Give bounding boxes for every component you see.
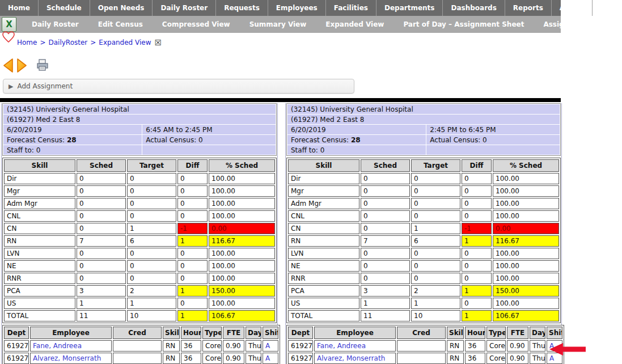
add-assignment-button[interactable]: ▶ Add Assignment	[3, 79, 354, 94]
fte-cell: 0.90	[223, 353, 244, 364]
skill-name-cell: CN	[4, 223, 75, 234]
skill-row-dir: Dir000100.00	[4, 173, 275, 184]
diff-cell: -1	[177, 223, 208, 234]
prev-arrow-icon[interactable]	[3, 58, 14, 73]
diff-cell: 0	[462, 185, 492, 197]
hours-cell: 36	[465, 340, 485, 352]
assignment-col-header-skill: Skill	[163, 327, 180, 339]
top-nav-tab-facilities[interactable]: Facilities	[326, 0, 376, 16]
target-cell: 0	[127, 173, 176, 184]
skill-name-cell: NE	[288, 260, 359, 272]
diff-cell: 0	[462, 198, 492, 209]
pct-sched-cell: 0.00	[493, 223, 559, 234]
employee-link[interactable]: Fane, Andreea	[317, 342, 366, 350]
skill-row-total: TOTAL11101106.67	[288, 310, 559, 321]
top-nav-tab-employees[interactable]: Employees	[268, 0, 326, 16]
sub-nav-item-part-of-day-assignment-sheet[interactable]: Part of Day – Assignment Sheet	[393, 20, 534, 28]
assignment-col-header-hours: Hours	[181, 327, 201, 339]
sub-nav-bar: X Daily RosterEdit CensusCompressed View…	[0, 16, 561, 33]
top-nav-tab-schedule[interactable]: Schedule	[39, 0, 90, 16]
heart-icon[interactable]	[2, 29, 15, 44]
skill-name-cell: Dir	[4, 173, 75, 184]
next-arrow-icon[interactable]	[16, 58, 27, 73]
pct-sched-cell: 100.00	[209, 298, 275, 309]
skill-name-cell: CNL	[4, 210, 75, 222]
sched-cell: 0	[361, 210, 410, 222]
employee-cell: Alvarez, Monserrath	[30, 353, 112, 364]
shift-cell: A	[263, 340, 278, 352]
skill-row-rnr: RNR000100.00	[288, 273, 559, 284]
assignment-col-header-type: Type	[486, 327, 506, 339]
shift-link[interactable]: A	[265, 342, 270, 350]
sched-cell: 0	[77, 173, 126, 184]
sched-cell: 0	[361, 273, 410, 284]
excel-x-glyph: X	[6, 20, 12, 29]
envelope-icon[interactable]: ☒	[155, 39, 162, 46]
sub-nav-item-daily-roster[interactable]: Daily Roster	[22, 20, 88, 28]
printer-icon[interactable]	[36, 59, 49, 71]
shift-link[interactable]: A	[549, 342, 554, 350]
breadcrumb-links: Home>DailyRoster>Expanded View	[17, 39, 151, 46]
diff-cell: 0	[177, 298, 208, 309]
sub-nav-item-edit-census[interactable]: Edit Census	[88, 20, 153, 28]
breadcrumb-link-dailyroster[interactable]: DailyRoster	[49, 39, 88, 46]
employee-cell: Alvarez, Monserrath	[314, 353, 396, 364]
fte-cell: 0.90	[507, 353, 528, 364]
employee-cell: Fane, Andreea	[30, 340, 112, 352]
unit-name: (61927) Med 2 East 8	[287, 115, 560, 124]
skill-cell: RN	[163, 353, 180, 364]
skill-col-header-target: Target	[411, 159, 460, 172]
dept-cell: 61927	[4, 353, 29, 364]
top-nav-tab-reports[interactable]: Reports	[505, 0, 552, 16]
sub-nav-item-assignment-notes-report[interactable]: Assignment Notes Report	[534, 20, 622, 28]
sub-nav-items: Daily RosterEdit CensusCompressed ViewSu…	[22, 20, 622, 28]
employee-link[interactable]: Alvarez, Monserrath	[317, 354, 385, 362]
skill-name-cell: LVN	[288, 248, 359, 259]
top-nav-tab-departments[interactable]: Departments	[376, 0, 443, 16]
assignment-col-header-fte: FTE	[507, 327, 528, 339]
top-nav-tab-home[interactable]: Home	[0, 0, 39, 16]
breadcrumb-link-home[interactable]: Home	[17, 39, 37, 46]
dept-cell: 61927	[288, 340, 313, 352]
skill-col-header-sched: % Sched	[493, 159, 559, 172]
employee-link[interactable]: Alvarez, Monserrath	[33, 354, 101, 362]
pct-sched-cell: 100.00	[209, 260, 275, 272]
skill-row-lvn: LVN000100.00	[4, 248, 275, 259]
skill-name-cell: Mgr	[4, 185, 75, 197]
assignment-row: 61927Alvarez, MonserrathRN36Core0.90ThuA	[4, 353, 278, 364]
cred-cell	[113, 340, 162, 352]
employee-link[interactable]: Fane, Andreea	[33, 342, 82, 350]
day-cell: Thu	[246, 340, 261, 352]
skill-name-cell: US	[4, 298, 75, 309]
breadcrumb-link-expanded-view[interactable]: Expanded View	[99, 39, 151, 46]
hours-cell: 36	[181, 353, 201, 364]
sub-nav-item-summary-view[interactable]: Summary View	[240, 20, 316, 28]
top-nav-tab-help[interactable]: Help	[593, 0, 622, 16]
skill-col-header-target: Target	[127, 159, 176, 172]
roster-pager-toolbar	[3, 58, 622, 73]
skill-name-cell: RNR	[4, 273, 75, 284]
shift-link[interactable]: A	[549, 354, 554, 362]
unit-name: (61927) Med 2 East 8	[3, 115, 276, 124]
top-nav-tab-daily-roster[interactable]: Daily Roster	[153, 0, 216, 16]
actual-census: Actual Census: 0	[426, 135, 560, 145]
sched-cell: 0	[77, 248, 126, 259]
pct-sched-cell: 100.00	[493, 273, 559, 284]
skill-name-cell: RN	[4, 235, 75, 247]
sub-nav-item-compressed-view[interactable]: Compressed View	[153, 20, 240, 28]
skill-cell: RN	[163, 340, 180, 352]
sub-nav-item-expanded-view[interactable]: Expanded View	[316, 20, 393, 28]
pct-sched-cell: 106.67	[493, 310, 559, 321]
top-nav-tab-dashboards[interactable]: Dashboards	[443, 0, 505, 16]
top-nav-tab-requests[interactable]: Requests	[216, 0, 268, 16]
pct-sched-cell: 150.00	[209, 285, 275, 297]
skill-col-header-skill: Skill	[4, 159, 75, 172]
shift-link[interactable]: A	[265, 354, 270, 362]
day-cell: Thu	[246, 353, 261, 364]
top-nav-tab-open-needs[interactable]: Open Needs	[90, 0, 153, 16]
assignment-table: DeptEmployeeCredSkillHoursTypeFTEDayShif…	[2, 325, 280, 364]
top-nav-tab-admin[interactable]: Admin	[552, 0, 593, 16]
diff-cell: 0	[177, 260, 208, 272]
skill-col-header-diff: Diff	[177, 159, 208, 172]
sched-cell: 0	[77, 273, 126, 284]
